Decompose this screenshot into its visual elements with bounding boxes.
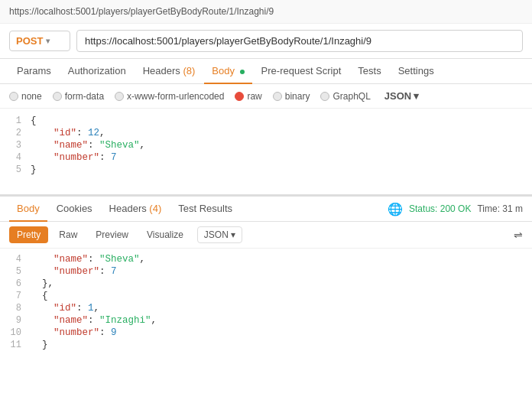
radio-raw (235, 92, 244, 101)
request-row: POST ▾ (0, 24, 532, 59)
resp-line-8: 8 "id": 1, (0, 302, 532, 314)
response-status-area: 🌐 Status: 200 OK Time: 31 m (388, 202, 523, 216)
format-visualize-button[interactable]: Visualize (139, 226, 191, 243)
req-line-2: 2 "id": 12, (0, 127, 532, 139)
resp-tab-headers[interactable]: Headers (4) (102, 197, 170, 222)
req-line-5: 5 } (0, 164, 532, 176)
response-body-viewer: 4 "name": "Sheva", 5 "number": 7 6 }, 7 … (0, 249, 532, 356)
body-type-binary[interactable]: binary (273, 91, 310, 102)
request-body-editor[interactable]: 1 { 2 "id": 12, 3 "name": "Sheva", 4 "nu… (0, 109, 532, 197)
globe-icon: 🌐 (388, 202, 403, 216)
request-tabs: Params Authorization Headers (8) Body Pr… (0, 59, 532, 84)
body-type-form-data[interactable]: form-data (53, 91, 104, 102)
format-pretty-button[interactable]: Pretty (9, 226, 48, 243)
body-type-none[interactable]: none (9, 91, 42, 102)
req-line-1: 1 { (0, 115, 532, 127)
req-line-3: 3 "name": "Sheva", (0, 139, 532, 151)
response-json-selector[interactable]: JSON ▾ (197, 226, 242, 243)
method-label: POST (16, 35, 43, 47)
resp-line-10: 10 "number": 9 (0, 327, 532, 339)
req-line-4: 4 "number": 7 (0, 151, 532, 164)
window-url-bar: https://localhost:5001/players/playerGet… (0, 0, 532, 24)
tab-authorization[interactable]: Authorization (60, 59, 134, 84)
radio-binary (273, 92, 282, 101)
body-type-urlencoded[interactable]: x-www-form-urlencoded (115, 91, 224, 102)
wrap-icon[interactable]: ⇌ (514, 229, 523, 241)
response-tabs-row: Body Cookies Headers (4) Test Results 🌐 … (0, 197, 532, 222)
resp-line-4: 4 "name": "Sheva", (0, 253, 532, 265)
json-type-selector[interactable]: JSON ▾ (384, 90, 419, 102)
format-preview-button[interactable]: Preview (88, 226, 136, 243)
resp-line-9: 9 "name": "Inzaghi", (0, 314, 532, 327)
tab-params[interactable]: Params (9, 59, 59, 84)
tab-settings[interactable]: Settings (391, 59, 442, 84)
body-type-raw[interactable]: raw (235, 91, 261, 102)
json-chevron-icon: ▾ (414, 90, 419, 102)
format-raw-button[interactable]: Raw (51, 226, 85, 243)
tab-headers[interactable]: Headers (8) (135, 59, 203, 84)
status-text: Status: 200 OK (409, 203, 471, 214)
window-url-text: https://localhost:5001/players/playerGet… (9, 6, 274, 17)
tab-pre-request-script[interactable]: Pre-request Script (254, 59, 349, 84)
response-json-label: JSON (204, 229, 229, 240)
radio-graphql (320, 92, 329, 101)
method-chevron-icon: ▾ (46, 37, 50, 45)
url-input[interactable] (76, 30, 523, 52)
radio-none (9, 92, 18, 101)
resp-tab-test-results[interactable]: Test Results (170, 197, 240, 222)
resp-tab-cookies[interactable]: Cookies (49, 197, 100, 222)
tab-tests[interactable]: Tests (350, 59, 388, 84)
resp-line-11: 11 } (0, 339, 532, 351)
resp-tab-body[interactable]: Body (9, 197, 47, 222)
method-dropdown[interactable]: POST ▾ (9, 31, 70, 51)
resp-line-5: 5 "number": 7 (0, 265, 532, 278)
response-json-chevron-icon: ▾ (231, 229, 235, 240)
tab-body[interactable]: Body (204, 59, 251, 84)
json-selector-label: JSON (384, 90, 411, 102)
radio-urlencoded (115, 92, 124, 101)
format-row: Pretty Raw Preview Visualize JSON ▾ ⇌ (0, 222, 532, 249)
body-type-graphql[interactable]: GraphQL (320, 91, 370, 102)
resp-line-7: 7 { (0, 290, 532, 302)
radio-form-data (53, 92, 62, 101)
resp-line-6: 6 }, (0, 278, 532, 290)
body-type-row: none form-data x-www-form-urlencoded raw… (0, 84, 532, 109)
time-text: Time: 31 m (477, 203, 523, 214)
